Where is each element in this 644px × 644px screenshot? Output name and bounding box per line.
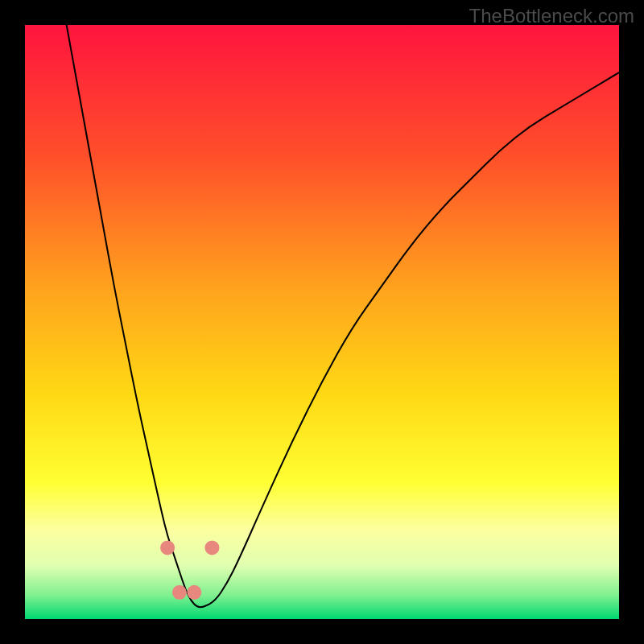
- chart-background: [25, 25, 619, 619]
- plot-area: [25, 25, 619, 619]
- curve-marker: [172, 585, 187, 600]
- curve-marker: [204, 540, 219, 555]
- watermark-text: TheBottleneck.com: [469, 5, 634, 27]
- curve-marker: [160, 540, 175, 555]
- curve-marker: [187, 585, 201, 600]
- bottleneck-chart: [25, 25, 619, 619]
